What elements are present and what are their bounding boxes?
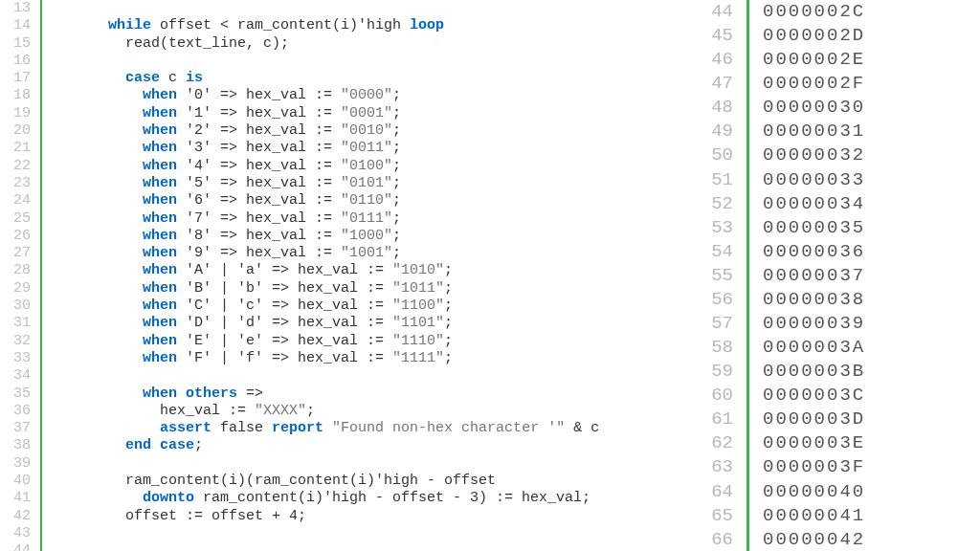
line-number: 19 — [0, 105, 31, 122]
hex-value: 00000034 — [763, 192, 980, 216]
line-number: 35 — [0, 386, 31, 403]
code-line: when '6' => hex_val := "0110"; — [48, 192, 693, 209]
hex-viewer-panel: 4445464748495051525354555657585960616263… — [693, 0, 980, 551]
line-number: 18 — [0, 87, 31, 104]
code-line — [48, 0, 693, 17]
line-number: 14 — [0, 17, 31, 34]
line-number: 49 — [693, 120, 733, 143]
line-number: 44 — [693, 0, 733, 24]
hex-value: 0000002D — [763, 24, 980, 48]
code-line: downto ram_content(i)'high - offset - 3)… — [48, 490, 693, 507]
line-number: 46 — [693, 48, 733, 72]
line-number: 47 — [693, 72, 733, 96]
line-number-gutter-left: 1314151617181920212223242526272829303132… — [0, 0, 40, 551]
line-number: 33 — [0, 350, 31, 367]
hex-value: 00000030 — [763, 96, 980, 120]
hex-value: 00000039 — [763, 312, 980, 336]
code-line: when '8' => hex_val := "1000"; — [48, 228, 693, 245]
code-line: while offset < ram_content(i)'high loop — [48, 17, 693, 34]
split-view: 1314151617181920212223242526272829303132… — [0, 0, 980, 551]
code-line — [48, 525, 693, 542]
hex-value: 0000003A — [763, 336, 980, 360]
line-number: 37 — [0, 420, 31, 437]
code-line: when others => — [48, 386, 693, 403]
line-number: 42 — [0, 508, 31, 525]
line-number: 63 — [693, 455, 733, 479]
code-line: when '1' => hex_val := "0001"; — [48, 105, 693, 122]
line-number: 38 — [0, 437, 31, 454]
line-number: 21 — [0, 140, 31, 157]
hex-value: 00000036 — [763, 240, 980, 264]
code-editor-panel: 1314151617181920212223242526272829303132… — [0, 0, 693, 551]
line-number: 61 — [693, 408, 733, 431]
line-number: 43 — [0, 525, 31, 542]
code-line: when '9' => hex_val := "1001"; — [48, 245, 693, 262]
line-number: 44 — [0, 542, 31, 551]
code-line — [48, 53, 693, 70]
line-number: 52 — [693, 192, 733, 216]
line-number: 54 — [693, 240, 733, 264]
line-number: 45 — [693, 24, 733, 48]
hex-value: 00000037 — [763, 264, 980, 288]
line-number: 32 — [0, 333, 31, 350]
line-number: 13 — [0, 0, 31, 17]
code-line: ram_content(i)(ram_content(i)'high - off… — [48, 473, 693, 490]
code-line: read(text_line, c); — [48, 35, 693, 53]
code-line: when '3' => hex_val := "0011"; — [48, 140, 693, 157]
hex-value: 00000038 — [763, 288, 980, 312]
line-number: 30 — [0, 298, 31, 315]
code-line: when 'C' | 'c' => hex_val := "1100"; — [48, 298, 693, 315]
line-number: 56 — [693, 288, 733, 312]
line-number: 64 — [693, 480, 733, 504]
line-number: 58 — [693, 336, 733, 360]
line-number: 27 — [0, 245, 31, 262]
line-number: 16 — [0, 53, 31, 70]
line-number: 51 — [693, 168, 733, 192]
line-number: 65 — [693, 504, 733, 528]
hex-value: 0000003B — [763, 360, 980, 384]
code-line: end case; — [48, 437, 693, 454]
line-number: 29 — [0, 280, 31, 298]
line-number: 28 — [0, 262, 31, 279]
code-text-area[interactable]: while offset < ram_content(i)'high loop … — [42, 0, 693, 551]
hex-value: 0000003E — [763, 431, 980, 455]
code-line: assert false report "Found non-hex chara… — [48, 420, 693, 437]
code-line: when 'D' | 'd' => hex_val := "1101"; — [48, 315, 693, 332]
line-number: 15 — [0, 35, 31, 53]
line-number: 48 — [693, 96, 733, 120]
code-line: when 'A' | 'a' => hex_val := "1010"; — [48, 262, 693, 279]
line-number: 55 — [693, 264, 733, 288]
hex-value: 00000032 — [763, 143, 980, 167]
hex-value: 00000042 — [763, 528, 980, 551]
code-line: offset := offset + 4; — [48, 508, 693, 525]
line-number: 25 — [0, 210, 31, 228]
line-number: 60 — [693, 384, 733, 408]
line-number: 22 — [0, 158, 31, 175]
line-number: 24 — [0, 192, 31, 209]
line-number: 34 — [0, 367, 31, 385]
line-number: 20 — [0, 122, 31, 140]
code-line: case c is — [48, 70, 693, 87]
line-number: 39 — [0, 455, 31, 473]
hex-value: 00000040 — [763, 480, 980, 504]
line-number-gutter-right: 4445464748495051525354555657585960616263… — [693, 0, 746, 551]
code-line: when '7' => hex_val := "0111"; — [48, 210, 693, 228]
line-number: 50 — [693, 143, 733, 167]
hex-data-area[interactable]: 0000002C0000002D0000002E0000002F00000030… — [749, 0, 980, 551]
code-line: when '2' => hex_val := "0010"; — [48, 122, 693, 140]
line-number: 57 — [693, 312, 733, 336]
line-number: 31 — [0, 315, 31, 332]
code-line — [48, 455, 693, 473]
hex-value: 0000003D — [763, 408, 980, 431]
hex-value: 00000035 — [763, 216, 980, 240]
line-number: 40 — [0, 473, 31, 490]
code-line — [48, 367, 693, 385]
hex-value: 0000002E — [763, 48, 980, 72]
line-number: 17 — [0, 70, 31, 87]
line-number: 66 — [693, 528, 733, 551]
code-line: when 'B' | 'b' => hex_val := "1011"; — [48, 280, 693, 298]
line-number: 36 — [0, 403, 31, 420]
hex-value: 0000002F — [763, 72, 980, 96]
code-line: when '4' => hex_val := "0100"; — [48, 158, 693, 175]
hex-value: 0000003F — [763, 455, 980, 479]
